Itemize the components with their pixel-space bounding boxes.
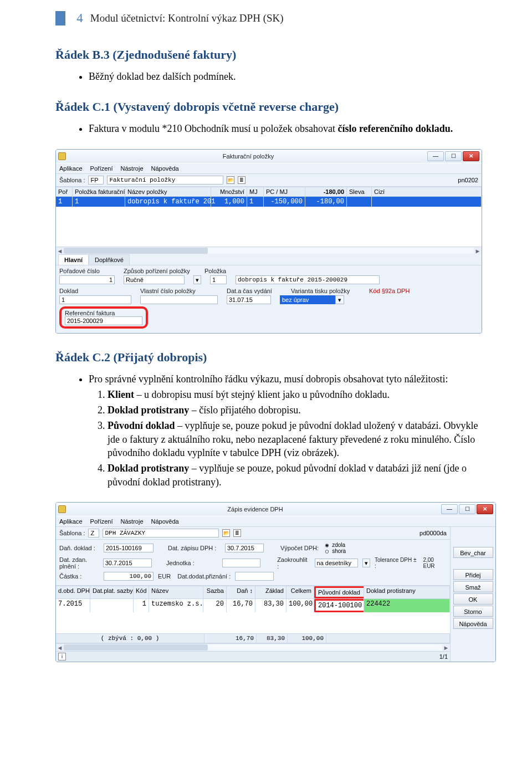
page-header: 4 Modul účetnictví: Kontrolní výkaz DPH … bbox=[55, 11, 488, 25]
menu-aplikace[interactable]: Aplikace bbox=[59, 165, 83, 172]
list-item: Doklad protistrany – vyplňuje se pouze, … bbox=[108, 462, 488, 489]
form-tag: pn0202 bbox=[458, 177, 478, 183]
menubar: Aplikace Pořízení Nástroje Nápověda bbox=[56, 163, 482, 174]
poradove-cislo-field[interactable]: 1 bbox=[59, 275, 115, 284]
grid-header: Poř Položka fakturační Název položky Mno… bbox=[56, 187, 482, 197]
template-label: Šablona : bbox=[59, 177, 85, 183]
template-name-field[interactable]: Fakturační položky bbox=[107, 176, 223, 185]
puvodni-doklad-header-highlight: Původní doklad bbox=[314, 586, 364, 598]
referencni-faktura-field[interactable]: 2015-200029 bbox=[65, 316, 142, 325]
menu-porizeni[interactable]: Pořízení bbox=[90, 165, 113, 172]
section-b3-title: Řádek B.3 (Zjednodušené faktury) bbox=[55, 48, 488, 62]
window-fakturacni-polozky: Fakturační položky — ☐ ✕ Aplikace Poříze… bbox=[55, 149, 482, 334]
dropdown-icon[interactable]: ▾ bbox=[193, 275, 201, 284]
radio-shora[interactable]: ○ shora bbox=[325, 548, 346, 554]
minimize-button[interactable]: — bbox=[427, 151, 444, 161]
window-title: Fakturační položky bbox=[69, 153, 427, 160]
napoveda-button[interactable]: Nápověda bbox=[453, 618, 493, 629]
page-header-title: Modul účetnictví: Kontrolní výkaz DPH (S… bbox=[90, 12, 284, 24]
section-c1-bullet: Faktura v modulu *210 Obchodník musí u p… bbox=[89, 122, 488, 135]
menu-nastroje[interactable]: Nástroje bbox=[121, 518, 144, 525]
polozka-text-field[interactable]: dobropis k faktuře 2015-200029 bbox=[236, 275, 380, 284]
close-button[interactable]: ✕ bbox=[477, 504, 493, 514]
kod-92a-label: Kód §92a DPH bbox=[369, 288, 410, 294]
varianta-field[interactable]: bez úprav bbox=[280, 295, 335, 304]
list-icon[interactable]: ≣ bbox=[238, 176, 245, 184]
grid-header: d.obd. DPH Dat.plat. sazby Kód Název Saz… bbox=[56, 586, 450, 599]
puvodni-doklad-cell-highlight: 2014-100100 bbox=[314, 599, 364, 612]
dat-zapisu-field[interactable]: 30.7.2015 bbox=[225, 544, 264, 552]
list-item: Původní doklad – vyplňuje se, pouze poku… bbox=[108, 419, 488, 459]
vlastni-cislo-field[interactable] bbox=[140, 295, 218, 304]
list-icon[interactable]: ≣ bbox=[233, 529, 241, 537]
info-icon[interactable]: i bbox=[58, 653, 66, 660]
horizontal-scrollbar[interactable]: ◄ ► bbox=[56, 643, 450, 651]
app-icon bbox=[58, 505, 66, 513]
castka-field[interactable]: 100,00 bbox=[104, 572, 154, 581]
section-b3-bullet: Běžný doklad bez dalších podmínek. bbox=[89, 70, 488, 83]
doklad-field[interactable]: 1 bbox=[59, 295, 131, 304]
form-tag: pd0000da bbox=[420, 530, 447, 536]
tab-doplnkove[interactable]: Doplňkové bbox=[89, 254, 130, 265]
arrow-icon: ↕ bbox=[250, 587, 253, 594]
referencni-faktura-highlight: Referenční faktura 2015-200029 bbox=[59, 306, 148, 329]
open-icon[interactable]: 📂 bbox=[222, 529, 230, 537]
section-c2-title: Řádek C.2 (Přijatý dobropis) bbox=[55, 350, 488, 365]
section-c2-intro: Pro správné vyplnění kontrolního řádku v… bbox=[89, 372, 488, 489]
list-item: Doklad protistrany – číslo přijatého dob… bbox=[108, 403, 488, 417]
template-code-field[interactable]: FP bbox=[88, 176, 104, 185]
menu-napoveda[interactable]: Nápověda bbox=[151, 518, 179, 525]
menu-porizeni[interactable]: Pořízení bbox=[90, 518, 113, 525]
window-title: Zápis evidence DPH bbox=[69, 506, 441, 513]
doklad-protistrany-cell-highlight: 224422 bbox=[364, 599, 450, 612]
menu-aplikace[interactable]: Aplikace bbox=[59, 518, 83, 525]
grid-row[interactable]: 7.2015 1 tuzemsko z.s. 20 16,70 83,30 10… bbox=[56, 599, 450, 612]
titlebar: Zápis evidence DPH — ☐ ✕ bbox=[56, 503, 495, 516]
storno-button[interactable]: Storno bbox=[453, 606, 493, 617]
menu-napoveda[interactable]: Nápověda bbox=[151, 165, 179, 172]
chevron-down-icon[interactable]: ▾ bbox=[335, 295, 344, 304]
dat-dodat-field[interactable] bbox=[235, 572, 274, 581]
zpusob-field[interactable]: Ručně bbox=[124, 275, 185, 284]
titlebar: Fakturační položky — ☐ ✕ bbox=[56, 150, 482, 163]
menu-nastroje[interactable]: Nástroje bbox=[121, 165, 144, 172]
grid-row-selected[interactable]: 1 1 dobropis k faktuře 201 1,000 1 -150,… bbox=[56, 197, 482, 207]
maximize-button[interactable]: ☐ bbox=[445, 151, 462, 161]
zaokrouhlit-field[interactable]: na desetníky bbox=[315, 559, 359, 567]
pridej-button[interactable]: Přidej bbox=[453, 569, 493, 580]
app-icon bbox=[58, 152, 66, 160]
menubar: Aplikace Pořízení Nástroje Nápověda bbox=[56, 516, 495, 527]
minimize-button[interactable]: — bbox=[441, 504, 458, 514]
chevron-down-icon[interactable]: ▾ bbox=[362, 559, 370, 567]
bevchar-button[interactable]: Bev_char bbox=[453, 547, 493, 558]
horizontal-scrollbar[interactable]: ◄ ► bbox=[56, 247, 482, 254]
list-item: Klient – u dobropisu musí být stejný kli… bbox=[108, 388, 488, 401]
polozka-code-field[interactable]: 1 bbox=[210, 275, 227, 284]
window-zapis-evidence-dph: Zápis evidence DPH — ☐ ✕ Aplikace Poříze… bbox=[55, 502, 496, 662]
dan-doklad-field[interactable]: 2015-100169 bbox=[104, 544, 154, 552]
close-button[interactable]: ✕ bbox=[463, 151, 479, 161]
smaz-button[interactable]: Smaž bbox=[453, 581, 493, 592]
jednotka-field[interactable] bbox=[222, 559, 260, 567]
status-count: 1/1 bbox=[439, 653, 448, 660]
template-code-field[interactable]: Z bbox=[88, 529, 99, 537]
open-icon[interactable]: 📂 bbox=[227, 176, 234, 184]
ok-button[interactable]: OK bbox=[453, 593, 493, 605]
datum-field[interactable]: 31.07.15 bbox=[227, 295, 271, 304]
dat-zdan-field[interactable]: 30.7.2015 bbox=[103, 559, 152, 567]
template-name-field[interactable]: DPH ZÁVAZKY bbox=[103, 529, 219, 537]
tab-hlavni[interactable]: Hlavní bbox=[58, 254, 89, 265]
page-number: 4 bbox=[72, 11, 88, 25]
maximize-button[interactable]: ☐ bbox=[459, 504, 475, 514]
section-c1-title: Řádek C.1 (Vystavený dobropis včetně rev… bbox=[55, 100, 488, 114]
radio-zdola[interactable]: ◉ zdola bbox=[325, 542, 346, 548]
